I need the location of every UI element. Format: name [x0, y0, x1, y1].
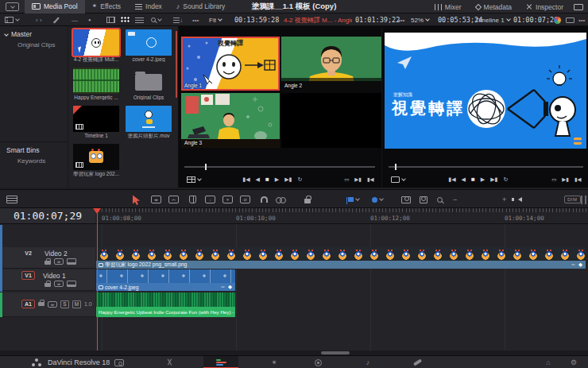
first-frame-button[interactable]: ▮◀: [448, 176, 455, 184]
zoom-full-extent-button[interactable]: [401, 190, 411, 209]
viewer-options-button[interactable]: •••: [578, 14, 585, 26]
tab-mixer[interactable]: Mixer: [427, 0, 469, 14]
clip-thumbnail-logo[interactable]: [73, 144, 119, 170]
dynamic-trim-button[interactable]: ‹•›: [168, 190, 179, 209]
thumbnail-view-button[interactable]: [121, 14, 130, 26]
timeline-viewer-playhead-tick[interactable]: [395, 164, 397, 170]
clip-thumbnail-intro-mov[interactable]: [126, 106, 172, 132]
smart-bins-header[interactable]: Smart Bins: [6, 146, 40, 154]
tab-sound-library[interactable]: ♪ Sound Library: [169, 0, 232, 14]
snapping-button[interactable]: [261, 190, 268, 209]
play-button[interactable]: ▶: [481, 176, 485, 184]
replace-clip-button[interactable]: ⇄: [240, 190, 250, 209]
insert-clip-button[interactable]: ↓: [205, 190, 215, 209]
track-gain-value[interactable]: 1.0: [84, 301, 92, 307]
color-grade-button[interactable]: [554, 14, 561, 26]
minus-button[interactable]: —: [72, 14, 78, 26]
source-zoom-select[interactable]: Fit: [209, 14, 222, 26]
clean-feed-icon[interactable]: [574, 4, 583, 10]
list-view-button[interactable]: [135, 14, 144, 26]
multicam-angle-1[interactable]: 視覺轉譯 Angle 1: [181, 37, 280, 91]
clip-thumbnail-timeline[interactable]: [73, 106, 119, 132]
goto-out-button[interactable]: ▶▮: [354, 176, 362, 184]
timeline-tracks-area[interactable]: V2 Video 2 ◂▸ V1 Video 1 ◂▸ A1: [0, 224, 588, 351]
clip-thumbnail-cover[interactable]: [126, 29, 172, 56]
in-out-range-button[interactable]: ▭: [551, 176, 556, 184]
flatten-icon[interactable]: [67, 281, 76, 287]
source-clip-name[interactable]: 4-2 視覺轉譯 M... - Angle 1: [284, 14, 352, 26]
clip-thumbnail-music[interactable]: [73, 68, 119, 94]
dim-audio-button[interactable]: DIM: [564, 190, 581, 209]
mixer-toggle-button[interactable]: [581, 190, 586, 209]
lock-track-icon[interactable]: [38, 302, 44, 306]
track-v1-name[interactable]: Video 1: [43, 272, 66, 280]
last-frame-button[interactable]: ▶▮: [490, 176, 497, 184]
media-pool-scrollbar[interactable]: [176, 31, 177, 98]
auto-select-icon[interactable]: ◂▸: [54, 258, 64, 265]
flag-button[interactable]: [346, 190, 359, 209]
multicam-angle-2[interactable]: Angle 2: [281, 37, 381, 91]
multicam-mode-button[interactable]: [187, 176, 201, 183]
overwrite-clip-button[interactable]: ▾: [222, 190, 233, 209]
play-reverse-button[interactable]: ◀: [462, 176, 466, 184]
timeline-clip-a1-music[interactable]: Happy Energetic Upbeat Indie Corporate F…: [96, 292, 235, 317]
track-v1-badge[interactable]: V1: [21, 271, 35, 280]
source-playhead-tick[interactable]: [205, 164, 207, 170]
lock-track-icon[interactable]: [44, 261, 51, 265]
flatten-icon[interactable]: [67, 258, 76, 265]
timeline-clip-v2-logo[interactable]: 學習玩家 logo 2022 png_small.png ∼ ◆: [96, 247, 586, 269]
zoom-in-button[interactable]: +: [502, 190, 506, 209]
lock-track-icon[interactable]: [44, 283, 51, 287]
mute-button[interactable]: M: [72, 300, 81, 308]
playhead-line[interactable]: [97, 208, 98, 351]
marker-button[interactable]: [372, 190, 383, 209]
play-reverse-button[interactable]: ◀: [256, 176, 260, 184]
project-settings-button[interactable]: ⚙: [563, 356, 585, 368]
last-frame-button[interactable]: ▶▮: [284, 176, 292, 184]
timeline-view-options-button[interactable]: [6, 190, 17, 209]
track-v2-name[interactable]: Video 2: [44, 250, 68, 258]
zoom-detail-button[interactable]: [420, 190, 427, 209]
selection-tool-button[interactable]: [132, 190, 141, 209]
smart-bin-keywords[interactable]: Keywords: [17, 157, 45, 165]
solo-button[interactable]: S: [60, 300, 69, 308]
tab-inspector[interactable]: Inspector: [519, 0, 571, 14]
timeline-select[interactable]: Timeline 1: [475, 14, 510, 26]
link-clips-button[interactable]: [276, 190, 285, 209]
bin-original-clips[interactable]: Original Clips: [17, 41, 56, 48]
auto-select-icon[interactable]: ◂▸: [54, 281, 64, 287]
search-button[interactable]: [151, 14, 161, 26]
trim-edit-mode-button[interactable]: ◂▸: [151, 190, 161, 209]
timeline-master-timecode[interactable]: 01:00:07;29: [0, 208, 95, 224]
sort-button[interactable]: ↓: [173, 14, 183, 26]
track-header-v2[interactable]: V2 Video 2 ◂▸: [2, 247, 95, 269]
back-forward-buttons[interactable]: ‹ ›: [36, 14, 42, 26]
custom-zoom-button[interactable]: [437, 190, 443, 209]
track-header-v1[interactable]: V1 Video 1 ◂▸: [2, 269, 95, 291]
timeline-viewer-scrubber[interactable]: [389, 166, 583, 168]
project-manager-button[interactable]: ⌂: [537, 356, 559, 368]
track-a1-badge[interactable]: A1: [21, 300, 35, 308]
multicam-angle-3[interactable]: Angle 3: [181, 93, 280, 148]
clip-bin-view-button[interactable]: [5, 14, 19, 26]
goto-in-button[interactable]: ▮◀: [367, 176, 374, 184]
first-frame-button[interactable]: ▮◀: [242, 176, 250, 184]
bin-master[interactable]: Master: [5, 30, 32, 38]
mute-audio-button[interactable]: [518, 190, 522, 209]
thumb-size-dot[interactable]: ●: [88, 14, 91, 26]
scrollbar-thumb[interactable]: [321, 351, 350, 354]
loop-button[interactable]: ↻: [503, 176, 508, 184]
tab-metadata[interactable]: Metadata: [469, 0, 519, 14]
timeline-clip-v1-cover[interactable]: cover 4-2.jpeg ∼ ◆: [96, 269, 235, 291]
in-out-range-button[interactable]: ▭: [344, 176, 349, 184]
page-media[interactable]: [102, 356, 137, 368]
page-deliver[interactable]: [400, 356, 435, 368]
clip-thumbnail-4-2[interactable]: [73, 29, 119, 56]
position-lock-button[interactable]: [304, 190, 311, 209]
page-fairlight[interactable]: ♪: [350, 356, 385, 368]
page-fusion[interactable]: ✶: [257, 356, 292, 368]
page-panel-toggle-button[interactable]: [6, 2, 19, 11]
folder-original-clips[interactable]: [126, 68, 172, 94]
viewer-mode-button[interactable]: [391, 176, 405, 183]
razor-tool-button[interactable]: [189, 190, 196, 209]
